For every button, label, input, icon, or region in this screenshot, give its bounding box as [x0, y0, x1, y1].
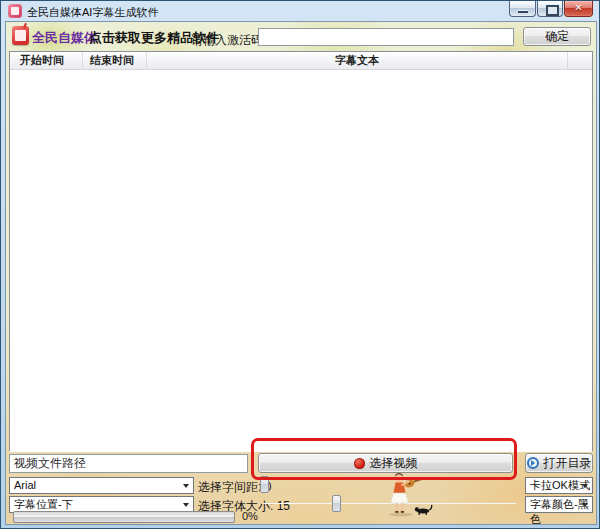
char-spacing-slider-thumb[interactable]	[260, 476, 269, 493]
subtitle-list-header: 开始时间 结束时间 字幕文本	[10, 52, 592, 70]
titlebar: 全民自媒体AI字幕生成软件 ✕	[1, 1, 600, 21]
column-header-start-time[interactable]: 开始时间	[10, 52, 83, 69]
minimize-icon	[518, 10, 528, 13]
chevron-down-icon	[582, 503, 588, 507]
app-icon	[8, 4, 22, 18]
font-family-value: Arial	[14, 479, 36, 491]
karaoke-mode-select[interactable]: 卡拉OK模式	[525, 477, 593, 494]
brand-name: 全民自媒体	[32, 29, 97, 47]
open-directory-button-label: 打开目录	[544, 455, 592, 472]
progress-percent: 0%	[242, 510, 258, 522]
subtitle-position-value: 字幕位置-下	[14, 498, 73, 510]
maximize-icon	[546, 5, 559, 16]
chevron-down-icon	[183, 484, 189, 488]
font-family-select[interactable]: Arial	[9, 477, 194, 494]
close-icon: ✕	[565, 2, 592, 13]
subtitle-list: 开始时间 结束时间 字幕文本	[9, 51, 593, 451]
video-path-field[interactable]: 视频文件路径	[9, 454, 248, 473]
minimize-button[interactable]	[509, 1, 536, 17]
play-circle-icon	[527, 457, 539, 469]
maximize-button[interactable]	[537, 1, 563, 17]
close-button[interactable]: ✕	[564, 1, 593, 17]
column-header-subtitle-text[interactable]: 字幕文本	[147, 52, 568, 69]
column-header-filler	[568, 52, 592, 69]
subtitle-color-select[interactable]: 字幕颜色-黑色	[525, 496, 593, 513]
karaoke-mode-value: 卡拉OK模式	[530, 479, 590, 491]
chevron-down-icon	[183, 503, 189, 507]
activation-code-label: 请输入激活码:	[191, 32, 266, 49]
app-window: 全民自媒体AI字幕生成软件 ✕ 全民自媒体 点击获取更多精品软件 请输入激活码:…	[0, 0, 600, 529]
confirm-button[interactable]: 确定	[523, 27, 591, 46]
subtitle-list-body	[10, 70, 592, 452]
open-directory-button[interactable]: 打开目录	[525, 453, 593, 473]
select-video-button[interactable]: 选择视频	[258, 453, 513, 473]
mascot-girl-guitar-cat-graphic	[387, 471, 435, 517]
brand-logo-icon	[12, 26, 29, 45]
chevron-down-icon	[582, 484, 588, 488]
confirm-button-label: 确定	[545, 28, 569, 45]
column-header-end-time[interactable]: 结束时间	[83, 52, 147, 69]
font-size-value: 15	[277, 499, 290, 513]
window-title: 全民自媒体AI字幕生成软件	[27, 5, 158, 20]
record-dot-icon	[354, 458, 365, 469]
font-size-slider-thumb[interactable]	[332, 495, 341, 512]
activation-code-input[interactable]	[258, 28, 514, 46]
select-video-button-label: 选择视频	[370, 455, 418, 472]
progress-bar	[13, 511, 235, 523]
